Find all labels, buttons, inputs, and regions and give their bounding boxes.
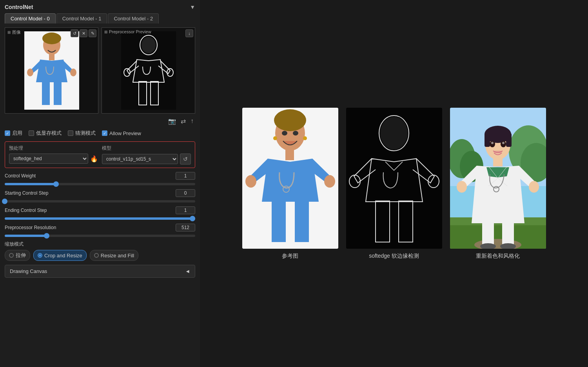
camera-icon[interactable]: 📷 xyxy=(168,118,176,125)
drawing-canvas-arrow: ◄ xyxy=(185,268,190,274)
svg-point-18 xyxy=(273,136,277,140)
result-anime-svg xyxy=(450,108,546,249)
svg-rect-3 xyxy=(49,54,54,60)
sketch-preview-svg xyxy=(121,31,176,110)
fire-icon: 🔥 xyxy=(90,155,98,163)
drawing-canvas-label: Drawing Canvas xyxy=(10,268,47,274)
model-label: 模型 xyxy=(102,145,191,152)
starting-step-container: Starting Control Step 0 xyxy=(5,189,195,202)
result-label-2: 重新着色和风格化 xyxy=(476,253,520,260)
svg-rect-52 xyxy=(493,159,503,166)
preprocessor-preview-label: ⊞ Preprocessor Preview xyxy=(104,29,151,34)
result-label-0: 参考图 xyxy=(282,253,298,260)
preproc-res-value: 512 xyxy=(176,224,195,231)
preprocessor-controls: ↓ xyxy=(185,29,193,37)
low-vram-checkbox[interactable]: 低显存模式 xyxy=(29,130,62,137)
preproc-res-label: Preprocessor Resolution xyxy=(5,225,56,230)
pm-row: 预处理 softedge_hed 🔥 模型 control_v11p_sd15_… xyxy=(9,145,191,165)
low-vram-cb-indicator xyxy=(29,130,34,136)
edit-btn[interactable]: ✎ xyxy=(89,29,96,37)
tab-control-model-2[interactable]: Control Model - 2 xyxy=(108,13,159,24)
preproc-res-container: Preprocessor Resolution 512 xyxy=(5,224,195,237)
model-col: 模型 control_v11p_sd15_s ↺ xyxy=(102,145,191,165)
result-photo-box xyxy=(242,108,338,249)
crop-resize-dot xyxy=(38,253,42,258)
model-refresh-btn[interactable]: ↺ xyxy=(180,154,191,165)
swap-icon[interactable]: ⇄ xyxy=(181,118,186,125)
allow-preview-checkbox[interactable]: Allow Preview xyxy=(102,130,141,136)
panel-title: ControlNet xyxy=(5,4,33,10)
svg-rect-7 xyxy=(54,81,62,105)
tab-control-model-1[interactable]: Control Model - 1 xyxy=(56,13,107,24)
guess-mode-cb-indicator xyxy=(68,130,73,136)
svg-rect-55 xyxy=(482,222,494,246)
result-photo-svg xyxy=(242,108,338,249)
starting-step-value: 0 xyxy=(176,189,195,197)
preproc-res-thumb xyxy=(44,233,49,239)
svg-point-51 xyxy=(502,142,505,144)
model-select-row: control_v11p_sd15_s ↺ xyxy=(102,154,191,165)
svg-rect-56 xyxy=(502,222,514,246)
preproc-res-row: Preprocessor Resolution 512 xyxy=(5,224,195,231)
control-weight-row: Control Weight 1 xyxy=(5,172,195,180)
preprocessor-label: 预处理 xyxy=(9,145,98,152)
svg-point-22 xyxy=(324,175,335,188)
ending-step-fill xyxy=(5,217,195,220)
result-anime-box xyxy=(450,108,546,249)
svg-point-53 xyxy=(457,181,467,193)
svg-point-50 xyxy=(491,142,494,144)
svg-rect-24 xyxy=(295,201,309,242)
result-item-2: 重新着色和风格化 xyxy=(450,108,546,260)
close-btn[interactable]: ✕ xyxy=(80,29,87,37)
ending-step-value: 1 xyxy=(176,206,195,214)
result-item-0: 参考图 xyxy=(242,108,338,260)
result-label-1: softedge 软边缘检测 xyxy=(369,253,419,260)
resize-fill-radio[interactable]: Resize and Fill xyxy=(90,250,138,261)
preproc-res-track xyxy=(5,235,195,237)
control-weight-thumb xyxy=(53,181,59,187)
drawing-canvas-row[interactable]: Drawing Canvas ◄ xyxy=(5,265,195,278)
model-select[interactable]: control_v11p_sd15_s xyxy=(102,154,178,164)
control-weight-value: 1 xyxy=(176,172,195,180)
svg-rect-46 xyxy=(485,133,490,147)
guess-mode-checkbox[interactable]: 猜测模式 xyxy=(68,130,96,137)
enable-checkbox[interactable]: 启用 xyxy=(5,130,22,137)
enable-cb-indicator xyxy=(5,130,10,136)
starting-step-thumb xyxy=(2,199,7,204)
ending-step-row: Ending Control Step 1 xyxy=(5,206,195,214)
svg-rect-23 xyxy=(272,201,286,242)
ending-step-thumb xyxy=(190,216,195,221)
source-image-box[interactable]: ⊞ 图像 ↺ ✕ ✎ xyxy=(5,27,98,114)
ending-step-track xyxy=(5,217,195,220)
preprocessor-select-row: softedge_hed 🔥 xyxy=(9,154,98,164)
right-panel: 参考图 xyxy=(200,0,588,367)
svg-point-2 xyxy=(42,33,61,44)
svg-point-27 xyxy=(293,131,298,136)
preprocessor-preview-box[interactable]: ⊞ Preprocessor Preview ↓ xyxy=(102,27,195,114)
result-sketch-box xyxy=(346,108,442,249)
control-weight-fill xyxy=(5,183,56,185)
upload-icon[interactable]: ↑ xyxy=(191,118,194,125)
result-item-1: softedge 软边缘检测 xyxy=(346,108,442,260)
svg-rect-47 xyxy=(506,133,512,147)
image-row: ⊞ 图像 ↺ ✕ ✎ xyxy=(5,27,195,114)
zoom-mode-label: 缩放模式 xyxy=(5,241,195,248)
left-panel: ControlNet ▼ Control Model - 0 Control M… xyxy=(0,0,200,367)
tab-control-model-0[interactable]: Control Model - 0 xyxy=(5,13,56,24)
refresh-btn[interactable]: ↺ xyxy=(71,29,78,37)
starting-step-label: Starting Control Step xyxy=(5,190,52,196)
results-grid: 参考图 xyxy=(212,108,576,260)
starting-step-row: Starting Control Step 0 xyxy=(5,189,195,197)
preprocessor-select[interactable]: softedge_hed xyxy=(9,154,88,164)
collapse-arrow[interactable]: ▼ xyxy=(190,4,195,10)
stretch-radio[interactable]: 拉伸 xyxy=(5,250,30,261)
stretch-dot xyxy=(9,253,14,258)
starting-step-track xyxy=(5,200,195,202)
crop-resize-radio[interactable]: Crop and Resize xyxy=(33,250,87,261)
svg-rect-20 xyxy=(285,149,294,160)
source-image-controls: ↺ ✕ ✎ xyxy=(71,29,96,37)
svg-point-5 xyxy=(70,69,76,76)
panel-header: ControlNet ▼ xyxy=(5,4,195,10)
download-btn[interactable]: ↓ xyxy=(185,29,193,37)
svg-point-29 xyxy=(380,117,408,150)
